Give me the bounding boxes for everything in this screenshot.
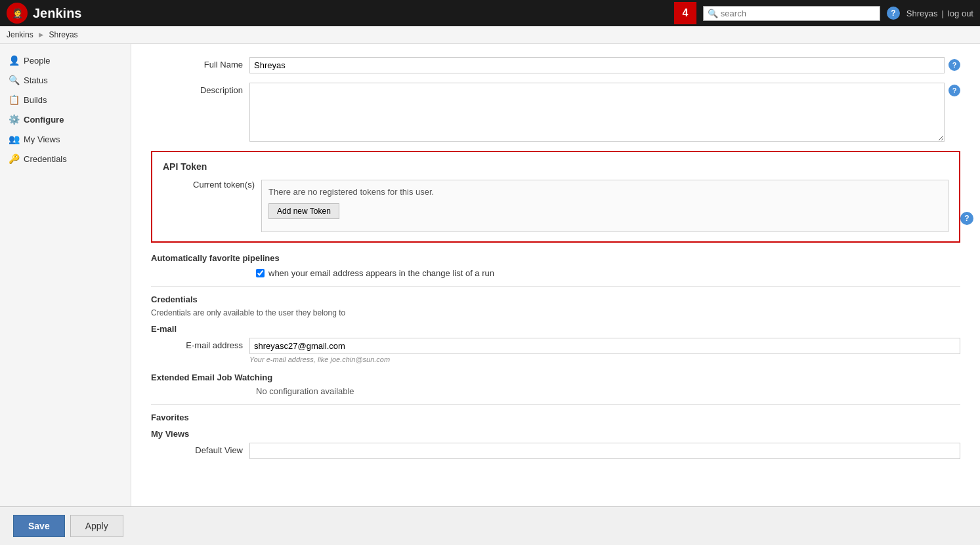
full-name-label: Full Name: [151, 57, 243, 70]
default-view-input[interactable]: [249, 443, 960, 459]
description-input[interactable]: [249, 83, 945, 142]
main-content: Full Name ? Description ? API Token Curr…: [131, 44, 980, 545]
sidebar-label-5: Credentials: [24, 154, 67, 164]
notification-badge[interactable]: 4: [674, 2, 696, 24]
email-address-label: E-mail address: [151, 338, 243, 350]
auto-favorite-checkbox[interactable]: [256, 269, 265, 277]
sidebar-label-0: People: [24, 56, 50, 66]
api-token-inner: Current token(s) There are no registered…: [163, 180, 948, 232]
auto-favorite-header: Automatically favorite pipelines: [151, 253, 960, 263]
api-token-box: There are no registered tokens for this …: [261, 180, 948, 232]
right-help-button[interactable]: ?: [960, 212, 973, 225]
breadcrumb-arrow: ►: [37, 30, 45, 39]
no-tokens-text: There are no registered tokens for this …: [268, 187, 941, 197]
sidebar-icon-0: 👤: [8, 54, 20, 66]
favorites-header: Favorites: [151, 413, 960, 422]
sidebar-icon-4: 👥: [8, 133, 20, 145]
email-address-control: Your e-mail address, like joe.chin@sun.c…: [249, 338, 960, 363]
default-view-label: Default View: [151, 443, 243, 455]
sidebar-label-4: My Views: [24, 134, 60, 144]
description-help[interactable]: ?: [948, 85, 960, 96]
full-name-row: Full Name ?: [151, 57, 960, 73]
extended-email-header: Extended Email Job Watching: [151, 373, 960, 382]
description-label: Description: [151, 83, 243, 95]
breadcrumb: Jenkins ► Shreyas: [0, 26, 980, 44]
header-links: Shreyas | log out: [906, 9, 973, 18]
email-section-header: E-mail: [151, 324, 960, 334]
api-token-section: API Token Current token(s) There are no …: [151, 151, 960, 243]
sidebar-label-1: Status: [24, 75, 48, 85]
current-tokens-label: Current token(s): [163, 180, 255, 232]
search-input[interactable]: [721, 9, 872, 18]
default-view-control: [249, 443, 960, 459]
default-view-row: Default View: [151, 443, 960, 459]
email-address-row: E-mail address Your e-mail address, like…: [151, 338, 960, 363]
jenkins-logo: 🤵: [7, 3, 28, 24]
sidebar-label-2: Builds: [24, 95, 47, 105]
header-help-button[interactable]: ?: [887, 7, 900, 20]
add-new-token-button[interactable]: Add new Token: [268, 203, 339, 219]
right-help: ?: [960, 210, 973, 225]
search-box: 🔍: [703, 6, 880, 21]
bottom-bar: Save Apply: [0, 506, 980, 545]
full-name-help[interactable]: ?: [948, 59, 960, 71]
header: 🤵 Jenkins 4 🔍 ? Shreyas | log out: [0, 0, 980, 26]
sidebar-item-my-views[interactable]: 👥My Views: [0, 129, 131, 149]
app-title: Jenkins: [33, 6, 81, 21]
breadcrumb-root[interactable]: Jenkins: [7, 30, 33, 39]
sidebar-icon-3: ⚙️: [8, 113, 20, 125]
username-link[interactable]: Shreyas: [906, 9, 938, 18]
sidebar-item-configure[interactable]: ⚙️Configure: [0, 110, 131, 129]
breadcrumb-current: Shreyas: [49, 30, 78, 39]
description-control: ?: [249, 83, 960, 142]
email-address-input[interactable]: [249, 338, 960, 354]
sidebar-item-status[interactable]: 🔍Status: [0, 70, 131, 90]
sidebar-label-3: Configure: [24, 115, 64, 125]
credentials-sub: Credentials are only available to the us…: [151, 308, 960, 317]
divider-credentials: [151, 286, 960, 287]
auto-favorite-checkbox-row: when your email address appears in the c…: [256, 268, 960, 278]
auto-favorite-checkbox-label: when your email address appears in the c…: [268, 268, 494, 278]
sidebar-item-credentials[interactable]: 🔑Credentials: [0, 149, 131, 169]
no-config-text: No configuration available: [256, 386, 960, 396]
search-icon: 🔍: [708, 9, 718, 18]
separator: |: [942, 9, 944, 18]
layout: 👤People🔍Status📋Builds⚙️Configure👥My View…: [0, 44, 980, 545]
sidebar-icon-5: 🔑: [8, 153, 20, 165]
full-name-input[interactable]: [249, 57, 945, 73]
api-token-title: API Token: [163, 161, 948, 172]
logout-link[interactable]: log out: [948, 9, 973, 18]
sidebar-icon-1: 🔍: [8, 74, 20, 86]
sidebar-item-builds[interactable]: 📋Builds: [0, 90, 131, 110]
description-row: Description ?: [151, 83, 960, 142]
sidebar-item-people[interactable]: 👤People: [0, 50, 131, 70]
apply-button[interactable]: Apply: [70, 515, 123, 537]
full-name-control: ?: [249, 57, 960, 73]
sidebar-icon-2: 📋: [8, 94, 20, 106]
logo-area: 🤵 Jenkins: [7, 3, 668, 24]
divider-favorites: [151, 404, 960, 405]
credentials-header: Credentials: [151, 294, 960, 304]
email-hint: Your e-mail address, like joe.chin@sun.c…: [249, 355, 960, 363]
sidebar: 👤People🔍Status📋Builds⚙️Configure👥My View…: [0, 44, 131, 545]
save-button[interactable]: Save: [13, 515, 65, 537]
my-views-header: My Views: [151, 429, 960, 439]
